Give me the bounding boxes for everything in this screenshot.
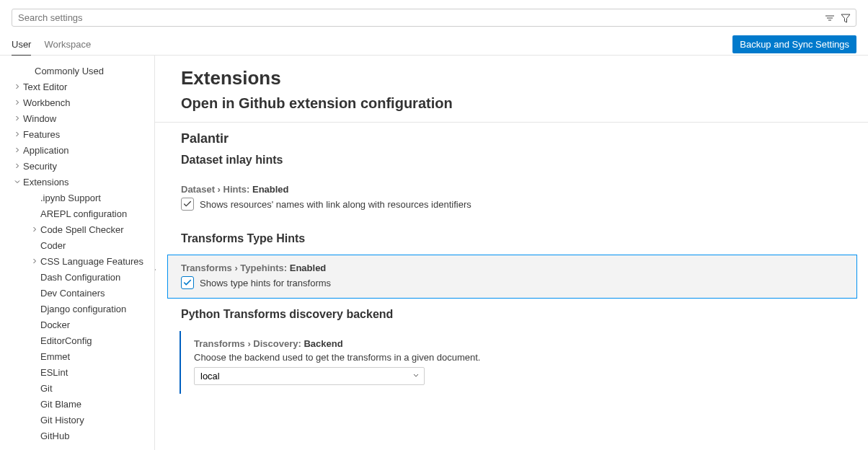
- tree-item-label: Security: [23, 161, 57, 172]
- tree-item[interactable]: EditorConfig: [0, 332, 154, 348]
- tree-item-label: AREPL configuration: [40, 208, 127, 219]
- heading-extensions: Extensions: [181, 67, 842, 89]
- tree-item-label: ESLint: [40, 367, 68, 378]
- tree-item-label: EditorConfig: [40, 335, 92, 346]
- setting-key-prefix: Transforms › Discovery:: [194, 338, 304, 349]
- tree-item[interactable]: Emmet: [0, 348, 154, 364]
- tree-item[interactable]: Workbench: [0, 94, 154, 110]
- gear-icon[interactable]: [155, 264, 156, 278]
- chevron-right-icon[interactable]: [29, 255, 40, 267]
- clear-filters-icon[interactable]: [823, 12, 836, 25]
- tree-item-label: Dev Containers: [40, 288, 105, 299]
- filter-icon[interactable]: [839, 12, 852, 25]
- tree-item[interactable]: Extensions: [0, 174, 154, 190]
- tree-item-label: Git Blame: [40, 399, 81, 410]
- search-input[interactable]: [12, 9, 856, 27]
- tree-item[interactable]: Features: [0, 126, 154, 142]
- tree-item-label: Commonly Used: [35, 66, 104, 76]
- tree-item-label: Window: [23, 113, 56, 124]
- setting-dataset-hints-enabled: Dataset › Hints: Enabled Shows resources…: [155, 177, 868, 219]
- tree-item[interactable]: Django configuration: [0, 301, 154, 317]
- tree-item-label: GitHub: [40, 431, 69, 441]
- settings-tree: Commonly UsedText EditorWorkbenchWindowF…: [0, 56, 155, 450]
- tree-item-label: Dash Configuration: [40, 272, 120, 283]
- tree-item-label: Emmet: [40, 351, 70, 362]
- chevron-right-icon[interactable]: [12, 160, 23, 172]
- chevron-down-icon[interactable]: [12, 176, 23, 188]
- tree-item[interactable]: Application: [0, 142, 154, 158]
- setting-key-prefix: Dataset › Hints:: [181, 184, 252, 195]
- tab-user[interactable]: User: [12, 35, 31, 55]
- tree-item[interactable]: Git History: [0, 412, 154, 428]
- chevron-right-icon[interactable]: [29, 224, 40, 235]
- divider: [155, 122, 868, 123]
- setting-key-name: Backend: [304, 338, 342, 349]
- tree-item[interactable]: Git Blame: [0, 396, 154, 412]
- setting-key-prefix: Transforms › Typehints:: [181, 262, 290, 273]
- setting-key: Dataset › Hints: Enabled: [181, 184, 842, 195]
- chevron-right-icon[interactable]: [12, 128, 23, 140]
- chevron-right-icon[interactable]: [12, 97, 23, 108]
- heading-python-transforms-discovery: Python Transforms discovery backend: [181, 308, 842, 321]
- tree-item[interactable]: ESLint: [0, 364, 154, 380]
- select-discovery-backend[interactable]: local: [194, 367, 425, 385]
- tree-item[interactable]: Git: [0, 380, 154, 396]
- heading-dataset-inlay: Dataset inlay hints: [181, 154, 842, 167]
- tree-item[interactable]: Security: [0, 158, 154, 174]
- setting-transforms-typehints-enabled: Transforms › Typehints: Enabled Shows ty…: [168, 255, 856, 298]
- tree-item-label: .ipynb Support: [40, 193, 101, 203]
- heading-open-in-github: Open in Github extension configuration: [181, 95, 842, 112]
- tree-item[interactable]: GitHub: [0, 428, 154, 444]
- checkbox-dataset-hints[interactable]: [181, 198, 194, 211]
- setting-key: Transforms › Typehints: Enabled: [181, 262, 843, 273]
- setting-key-name: Enabled: [252, 184, 289, 195]
- tab-workspace[interactable]: Workspace: [44, 35, 91, 55]
- setting-desc: Choose the backend used to get the trans…: [194, 352, 842, 363]
- tree-item[interactable]: Text Editor: [0, 79, 154, 94]
- tree-item-label: CSS Language Features: [40, 256, 143, 267]
- tree-item[interactable]: Code Spell Checker: [0, 221, 154, 237]
- backup-sync-button[interactable]: Backup and Sync Settings: [732, 35, 856, 53]
- tree-item[interactable]: Dash Configuration: [0, 269, 154, 285]
- settings-content: Extensions Open in Github extension conf…: [155, 56, 868, 450]
- tree-item[interactable]: Dev Containers: [0, 285, 154, 301]
- tree-item[interactable]: Docker: [0, 317, 154, 332]
- tree-item-label: Features: [23, 129, 60, 140]
- tree-item[interactable]: AREPL configuration: [0, 206, 154, 221]
- tree-item[interactable]: Commonly Used: [0, 63, 154, 79]
- tree-item-label: Coder: [40, 240, 66, 251]
- tree-item-label: Code Spell Checker: [40, 224, 124, 235]
- setting-transforms-discovery-backend: Transforms › Discovery: Backend Choose t…: [180, 331, 868, 394]
- checkbox-transforms-typehints[interactable]: [181, 276, 194, 289]
- chevron-right-icon[interactable]: [12, 112, 23, 124]
- setting-desc: Shows resources' names with link along w…: [200, 199, 471, 210]
- tree-item[interactable]: CSS Language Features: [0, 253, 154, 269]
- heading-transforms-type-hints: Transforms Type Hints: [181, 232, 842, 245]
- tree-item[interactable]: Window: [0, 110, 154, 126]
- setting-key: Transforms › Discovery: Backend: [194, 338, 842, 349]
- setting-desc: Shows type hints for transforms: [200, 278, 331, 288]
- setting-key-name: Enabled: [290, 262, 327, 273]
- tree-item-label: Text Editor: [23, 81, 67, 92]
- tree-item[interactable]: .ipynb Support: [0, 190, 154, 206]
- tree-item-label: Git History: [40, 415, 84, 425]
- tree-item-label: Application: [23, 145, 69, 156]
- chevron-right-icon[interactable]: [12, 144, 23, 156]
- tree-item-label: Django configuration: [40, 304, 126, 314]
- heading-palantir: Palantir: [181, 131, 842, 146]
- tree-item-label: Extensions: [23, 177, 69, 188]
- tree-item-label: Docker: [40, 319, 70, 330]
- tree-item[interactable]: Coder: [0, 237, 154, 253]
- tree-item-label: Git: [40, 383, 53, 394]
- chevron-right-icon[interactable]: [12, 81, 23, 92]
- tree-item-label: Workbench: [23, 97, 71, 108]
